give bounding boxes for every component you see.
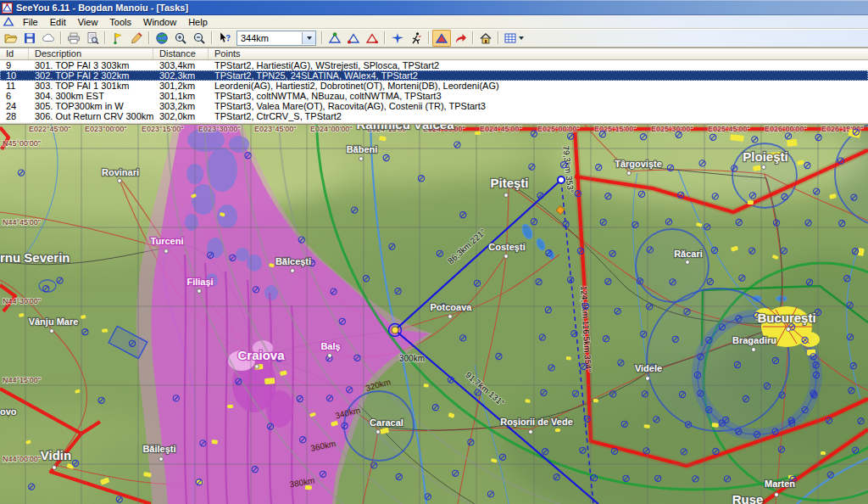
- city-dot: [291, 269, 295, 273]
- city-dot: [255, 365, 259, 369]
- menu-item-window[interactable]: Window: [137, 16, 182, 28]
- city-dot: [627, 171, 632, 176]
- zoom-in-button[interactable]: [171, 30, 190, 47]
- map-canvas[interactable]: E022°45'00"E023°00'00"E023°15'00"E023°30…: [0, 125, 868, 504]
- table-row[interactable]: 6304. 300km EST301,1kmTPStart3, coltNWTM…: [0, 91, 868, 101]
- cell-distance: 301,2km: [153, 81, 209, 91]
- tool-bar: 344km: [0, 29, 868, 48]
- column-header-id[interactable]: Id: [0, 48, 29, 59]
- draw-button[interactable]: [127, 30, 146, 47]
- city-label: Răcari: [674, 249, 703, 259]
- print-preview-icon: [86, 31, 99, 45]
- city-label: rnu Severin: [0, 250, 70, 265]
- table-row[interactable]: 10302. TOP FAI 2 302km302,3kmTPStart2, T…: [0, 70, 868, 81]
- city-dot: [376, 430, 381, 434]
- cell-distance: 301,1km: [153, 91, 209, 101]
- print-preview-button[interactable]: [83, 30, 102, 47]
- globe-icon: [155, 31, 169, 45]
- cell-description: 301. TOP FAI 3 303km: [29, 60, 153, 70]
- goto-button[interactable]: [451, 30, 470, 47]
- cell-distance: 302,0km: [153, 111, 209, 121]
- table-row[interactable]: 11303. TOP FAI 1 301km301,2kmLeordeni(AG…: [0, 81, 868, 91]
- glider-button[interactable]: [388, 30, 407, 47]
- column-header-distance[interactable]: Distance: [153, 48, 209, 59]
- lon-label: E025°30'00": [651, 125, 693, 133]
- city-label: Piteşti: [490, 176, 528, 190]
- toolbar-separator: [60, 31, 62, 44]
- toolbar-separator: [211, 31, 213, 44]
- city-dot: [529, 430, 533, 434]
- open-button[interactable]: [2, 30, 20, 47]
- table-row[interactable]: 24305. TOP300km in W303,2kmTPStart3, Val…: [0, 101, 868, 111]
- cell-points: TPStart2, Hartiesti(AG), WStrejesti, SPl…: [209, 60, 868, 70]
- column-header-description[interactable]: Description: [29, 48, 153, 59]
- city-dot: [504, 193, 509, 198]
- task-new-button[interactable]: [326, 30, 344, 47]
- globe-button[interactable]: [153, 30, 171, 47]
- map-scale-combobox[interactable]: 344km: [236, 31, 316, 46]
- menu-item-tools[interactable]: Tools: [103, 16, 137, 28]
- cell-description: 305. TOP300km in W: [29, 101, 153, 111]
- cloud-button[interactable]: [39, 30, 58, 47]
- map-view[interactable]: E022°45'00"E023°00'00"E023°15'00"E023°30…: [0, 125, 868, 504]
- help-pointer-button[interactable]: [215, 30, 234, 47]
- animate-button[interactable]: [407, 30, 426, 47]
- home-button[interactable]: [476, 30, 495, 47]
- city-label: Ploieşti: [743, 149, 787, 164]
- cell-distance: 303,2km: [153, 101, 209, 111]
- menu-item-file[interactable]: File: [17, 16, 44, 28]
- task-table[interactable]: IdDescriptionDistancePoints 9301. TOP FA…: [0, 48, 868, 123]
- menu-item-view[interactable]: View: [72, 16, 104, 28]
- combo-dropdown-button[interactable]: [302, 32, 315, 44]
- goto-icon: [453, 31, 467, 45]
- toolbar-separator: [148, 31, 150, 44]
- open-icon: [4, 31, 18, 45]
- cell-id: 10: [0, 70, 29, 81]
- cell-description: 306. Out Return CRV 300km v2: [29, 111, 153, 121]
- turnpoint-airfield: [392, 327, 398, 333]
- waypoint-flag-button[interactable]: [108, 30, 127, 47]
- lon-label: E023°30'00": [198, 125, 241, 133]
- task-delete-button[interactable]: [363, 30, 381, 47]
- task-view-button[interactable]: [432, 30, 451, 47]
- cloud-icon: [42, 31, 55, 45]
- table-header: IdDescriptionDistancePoints: [0, 48, 868, 60]
- city-dot: [448, 315, 453, 319]
- cell-points: TPStart2, TPN25, 24SLATINA, WAlex4, TPSt…: [209, 70, 868, 81]
- lat-label: N44°45'00": [3, 218, 41, 227]
- task-edit-button[interactable]: [344, 30, 363, 47]
- city-label: Marten: [765, 479, 795, 489]
- city-label: Filiaşi: [186, 277, 213, 287]
- city-label: Turceni: [151, 236, 184, 246]
- lon-label: E025°00'00": [537, 125, 580, 133]
- app-window: SeeYou 6.11 - Bogdan Manoiu - [Tasks] Fi…: [0, 0, 868, 504]
- cell-points: TPStart3, Valea Mare(OT), Racovita(AG), …: [209, 101, 868, 111]
- task-delete-icon: [365, 31, 379, 45]
- city-dot: [359, 157, 364, 161]
- menu-item-edit[interactable]: Edit: [44, 16, 72, 28]
- cell-id: 24: [0, 101, 29, 111]
- desktop-grid-button[interactable]: [502, 30, 526, 47]
- table-row[interactable]: 28306. Out Return CRV 300km v2302,0kmTPS…: [0, 111, 868, 121]
- zoom-out-button[interactable]: [190, 30, 209, 47]
- column-header-points[interactable]: Points: [209, 48, 868, 59]
- save-button[interactable]: [20, 30, 39, 47]
- city-dot: [686, 260, 690, 265]
- city-dot: [328, 354, 332, 358]
- menu-item-help[interactable]: Help: [182, 16, 214, 28]
- cell-distance: 303,4km: [153, 60, 209, 70]
- task-view-icon: [435, 31, 448, 45]
- save-icon: [23, 31, 36, 45]
- task-edit-icon: [347, 31, 360, 45]
- draw-icon: [130, 31, 143, 45]
- print-button[interactable]: [64, 30, 83, 47]
- table-row[interactable]: 9301. TOP FAI 3 303km303,4kmTPStart2, Ha…: [0, 60, 868, 70]
- desktop-grid-icon: [504, 31, 517, 45]
- title-bar[interactable]: SeeYou 6.11 - Bogdan Manoiu - [Tasks]: [0, 0, 868, 15]
- city-label: Băbeni: [347, 144, 378, 154]
- cell-id: 6: [0, 91, 29, 101]
- home-icon: [479, 31, 492, 45]
- lon-label: E023°15'00": [142, 125, 184, 133]
- app-icon: [2, 3, 13, 14]
- city-label: Potcoava: [431, 302, 473, 312]
